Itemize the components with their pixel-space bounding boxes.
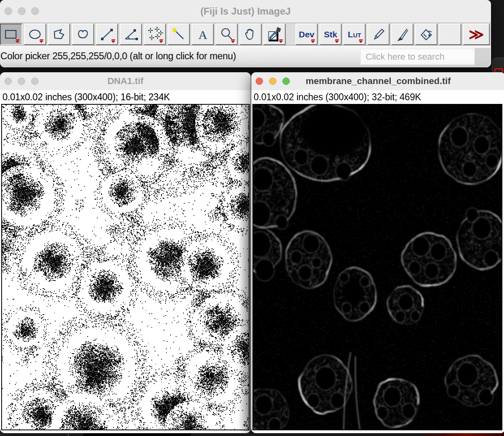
dropdown-marker — [15, 39, 20, 43]
tool-freehand[interactable] — [72, 24, 94, 45]
dropdown-marker — [335, 39, 339, 43]
statusbar-corner — [475, 48, 490, 66]
dna-image-window: DNA1.tif 0.01x0.02 inches (300x400); 16-… — [0, 72, 251, 433]
tool-hand[interactable] — [239, 24, 262, 45]
tool-wand[interactable] — [168, 24, 190, 45]
more-tools-button[interactable]: ≫ — [463, 24, 490, 45]
flood-fill-icon — [418, 26, 435, 43]
tool-paintbrush[interactable] — [391, 24, 414, 45]
dna-window-title: DNA1.tif — [0, 76, 251, 86]
membrane-window-title: membrane_channel_combined.tif — [251, 76, 504, 86]
dropdown-marker — [279, 39, 283, 43]
tool-pencil[interactable] — [367, 24, 390, 45]
dna-image-canvas[interactable] — [1, 104, 250, 430]
dropdown-marker — [111, 39, 116, 43]
dropdown-marker — [311, 39, 315, 43]
imagej-main-window: (Fiji Is Just) ImageJ — [0, 0, 491, 67]
hand-icon — [242, 26, 259, 43]
tool-angle[interactable] — [120, 24, 142, 45]
tool-color-picker[interactable] — [263, 24, 286, 45]
text-icon: A — [194, 26, 211, 43]
membrane-info-bar: 0.01x0.02 inches (300x400); 32-bit; 469K — [251, 90, 504, 104]
membrane-titlebar[interactable]: membrane_channel_combined.tif — [251, 72, 504, 91]
stk-label: Stk — [324, 30, 337, 39]
dropdown-marker — [359, 39, 363, 43]
status-bar: Color picker 255,255,255/0,0,0 (alt or l… — [0, 45, 491, 67]
lut-label: Lut — [348, 30, 361, 39]
main-window-title: (Fiji Is Just) ImageJ — [0, 6, 491, 17]
tool-stacks-menu[interactable]: Stk — [319, 24, 342, 45]
angle-icon — [123, 26, 140, 43]
dev-label: Dev — [299, 30, 314, 39]
tool-dev-menu[interactable]: Dev — [295, 24, 318, 45]
tool-lut-menu[interactable]: Lut — [343, 24, 366, 45]
tool-polygon[interactable] — [48, 24, 70, 45]
status-text: Color picker 255,255,255/0,0,0 (alt or l… — [0, 51, 236, 62]
dna-info-text: 0.01x0.02 inches (300x400); 16-bit; 234K — [2, 92, 170, 103]
dna-info-bar: 0.01x0.02 inches (300x400); 16-bit; 234K — [0, 90, 251, 104]
polygon-icon — [51, 26, 68, 43]
tool-rectangle[interactable] — [0, 24, 22, 45]
dropdown-marker — [39, 39, 44, 43]
tool-zoom[interactable] — [215, 24, 238, 45]
membrane-info-text: 0.01x0.02 inches (300x400); 32-bit; 469K — [254, 92, 421, 103]
freehand-icon — [75, 26, 92, 43]
membrane-image-window: membrane_channel_combined.tif 0.01x0.02 … — [251, 72, 504, 433]
toolbar: A Dev — [0, 23, 491, 45]
tool-spare-slot[interactable] — [439, 24, 461, 45]
more-tools-label: ≫ — [469, 26, 484, 43]
wand-icon — [170, 26, 187, 43]
dropdown-marker — [231, 39, 235, 43]
tool-oval[interactable] — [24, 24, 46, 45]
dropdown-marker — [159, 39, 164, 43]
search-input[interactable] — [360, 49, 475, 65]
tool-flood-fill[interactable] — [415, 24, 437, 45]
screen: (Fiji Is Just) ImageJ — [0, 0, 504, 436]
dna-titlebar[interactable]: DNA1.tif — [0, 72, 251, 91]
paintbrush-icon — [394, 26, 411, 43]
main-titlebar[interactable]: (Fiji Is Just) ImageJ — [0, 0, 491, 23]
pencil-icon — [370, 26, 387, 43]
tool-line[interactable] — [96, 24, 118, 45]
membrane-image-canvas[interactable] — [252, 104, 502, 430]
tool-point[interactable] — [144, 24, 166, 45]
tool-text[interactable]: A — [192, 24, 214, 45]
svg-text:A: A — [198, 28, 207, 41]
